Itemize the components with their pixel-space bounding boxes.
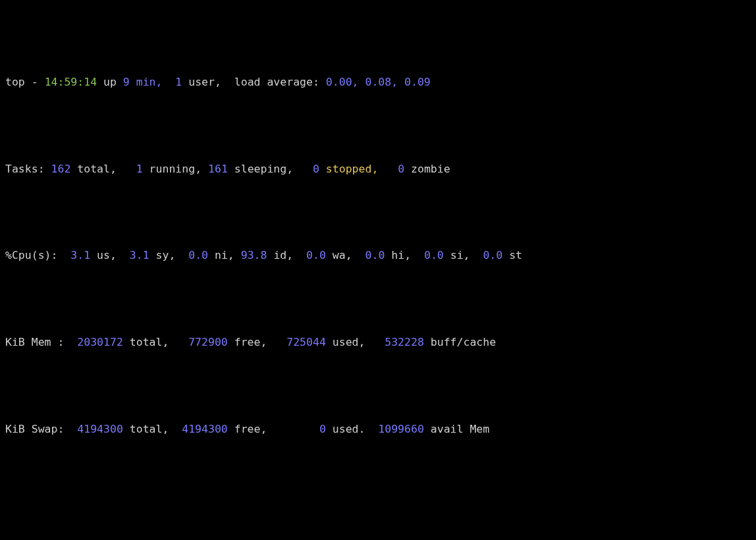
mem-line: KiB Mem : 2030172 total, 772900 free, 72… <box>5 334 751 351</box>
terminal[interactable]: top - 14:59:14 up 9 min, 1 user, load av… <box>0 0 756 540</box>
loadavg-label: load average: <box>234 76 319 88</box>
tasks-zombie: 0 <box>398 163 404 175</box>
tasks-line: Tasks: 162 total, 1 running, 161 sleepin… <box>5 161 751 178</box>
cpu-wa: 0.0 <box>306 249 326 261</box>
users-label: user, <box>188 76 221 88</box>
mem-used: 725044 <box>286 336 326 348</box>
cpu-sy: 3.1 <box>130 249 149 261</box>
tasks-stopped: 0 <box>313 163 319 175</box>
swap-label: KiB Swap: <box>5 423 64 435</box>
up-label: up <box>103 76 117 88</box>
top-label: top <box>5 76 25 88</box>
swap-avail: 1099660 <box>378 423 424 435</box>
uptime-value: 9 min, <box>123 76 163 88</box>
swap-free: 4194300 <box>182 423 228 435</box>
cpu-hi: 0.0 <box>365 249 385 261</box>
mem-total: 2030172 <box>77 336 123 348</box>
tasks-running: 1 <box>136 163 143 175</box>
cpu-line: %Cpu(s): 3.1 us, 3.1 sy, 0.0 ni, 93.8 id… <box>5 247 751 264</box>
cpu-us: 3.1 <box>70 249 90 261</box>
swap-total: 4194300 <box>77 423 123 435</box>
swap-used: 0 <box>319 423 326 435</box>
loadavg-value: 0.00, 0.08, 0.09 <box>326 76 431 88</box>
cpu-st: 0.0 <box>483 249 502 261</box>
cpu-label: %Cpu(s): <box>5 249 57 261</box>
mem-buff: 532228 <box>385 336 424 348</box>
cpu-id: 93.8 <box>241 249 267 261</box>
summary-line-1: top - 14:59:14 up 9 min, 1 user, load av… <box>5 74 751 91</box>
mem-free: 772900 <box>188 336 228 348</box>
tasks-label: Tasks: <box>5 163 45 175</box>
swap-line: KiB Swap: 4194300 total, 4194300 free, 0… <box>5 421 751 438</box>
tasks-sleeping: 161 <box>208 163 228 175</box>
cpu-ni: 0.0 <box>188 249 208 261</box>
users-count: 1 <box>175 76 182 88</box>
tasks-total: 162 <box>51 163 71 175</box>
cpu-si: 0.0 <box>424 249 444 261</box>
mem-label: KiB Mem : <box>5 336 64 348</box>
time-value: 14:59:14 <box>45 76 97 88</box>
